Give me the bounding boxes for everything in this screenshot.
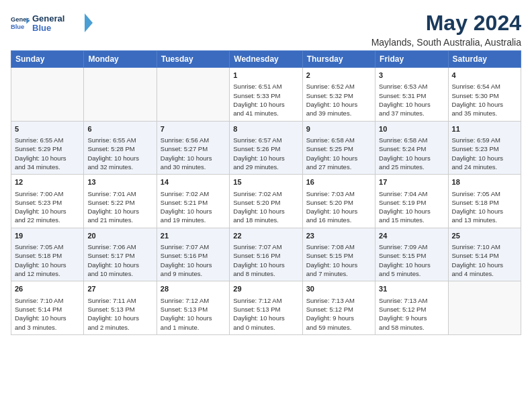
day-info: Sunrise: 7:07 AM Sunset: 5:16 PM Dayligh…	[233, 242, 298, 278]
svg-marker-5	[85, 13, 93, 32]
day-number: 6	[87, 124, 152, 134]
day-info: Sunrise: 6:54 AM Sunset: 5:30 PM Dayligh…	[452, 82, 517, 118]
day-cell: 30Sunrise: 7:13 AM Sunset: 5:12 PM Dayli…	[302, 281, 375, 335]
day-info: Sunrise: 7:09 AM Sunset: 5:15 PM Dayligh…	[379, 242, 444, 278]
header-cell-tuesday: Tuesday	[157, 51, 229, 68]
week-row-3: 12Sunrise: 7:00 AM Sunset: 5:23 PM Dayli…	[11, 175, 521, 228]
day-info: Sunrise: 7:07 AM Sunset: 5:16 PM Dayligh…	[161, 242, 226, 278]
day-number: 27	[87, 284, 152, 294]
day-cell: 25Sunrise: 7:10 AM Sunset: 5:14 PM Dayli…	[448, 228, 521, 281]
day-cell: 26Sunrise: 7:10 AM Sunset: 5:14 PM Dayli…	[11, 281, 84, 335]
day-cell: 5Sunrise: 6:55 AM Sunset: 5:29 PM Daylig…	[11, 121, 84, 175]
day-number: 5	[15, 124, 80, 134]
day-cell: 18Sunrise: 7:05 AM Sunset: 5:18 PM Dayli…	[448, 175, 521, 228]
day-info: Sunrise: 6:52 AM Sunset: 5:32 PM Dayligh…	[306, 82, 371, 118]
day-cell: 21Sunrise: 7:07 AM Sunset: 5:16 PM Dayli…	[157, 228, 229, 281]
day-info: Sunrise: 6:55 AM Sunset: 5:29 PM Dayligh…	[15, 136, 80, 171]
day-number: 14	[161, 177, 226, 187]
svg-text:General: General	[32, 13, 64, 24]
header-cell-thursday: Thursday	[302, 51, 375, 68]
day-cell	[11, 68, 84, 122]
day-info: Sunrise: 7:03 AM Sunset: 5:20 PM Dayligh…	[306, 189, 371, 225]
page-header: General Blue General Blue May 2024 Mayla…	[11, 11, 521, 48]
day-cell: 16Sunrise: 7:03 AM Sunset: 5:20 PM Dayli…	[302, 175, 375, 228]
day-number: 4	[452, 71, 517, 81]
day-cell: 22Sunrise: 7:07 AM Sunset: 5:16 PM Dayli…	[230, 228, 302, 281]
day-number: 15	[233, 177, 298, 187]
day-number: 10	[379, 124, 444, 134]
day-number: 11	[452, 124, 517, 134]
day-cell: 20Sunrise: 7:06 AM Sunset: 5:17 PM Dayli…	[84, 228, 157, 281]
week-row-1: 1Sunrise: 6:51 AM Sunset: 5:33 PM Daylig…	[11, 68, 521, 122]
day-cell: 15Sunrise: 7:02 AM Sunset: 5:20 PM Dayli…	[230, 175, 302, 228]
logo-svg: General Blue	[32, 11, 93, 35]
logo-icon: General Blue	[11, 13, 30, 32]
day-number: 9	[306, 124, 371, 134]
day-cell: 4Sunrise: 6:54 AM Sunset: 5:30 PM Daylig…	[448, 68, 521, 122]
day-info: Sunrise: 7:13 AM Sunset: 5:12 PM Dayligh…	[379, 296, 444, 332]
day-number: 21	[161, 231, 226, 241]
day-cell: 17Sunrise: 7:04 AM Sunset: 5:19 PM Dayli…	[375, 175, 448, 228]
day-info: Sunrise: 7:12 AM Sunset: 5:13 PM Dayligh…	[233, 296, 298, 332]
day-info: Sunrise: 6:57 AM Sunset: 5:26 PM Dayligh…	[233, 136, 298, 171]
day-info: Sunrise: 6:56 AM Sunset: 5:27 PM Dayligh…	[161, 136, 226, 171]
week-row-2: 5Sunrise: 6:55 AM Sunset: 5:29 PM Daylig…	[11, 121, 521, 175]
day-cell: 23Sunrise: 7:08 AM Sunset: 5:15 PM Dayli…	[302, 228, 375, 281]
day-number: 3	[379, 71, 444, 81]
svg-text:Blue: Blue	[32, 23, 51, 33]
day-cell: 13Sunrise: 7:01 AM Sunset: 5:22 PM Dayli…	[84, 175, 157, 228]
title-block: May 2024 Maylands, South Australia, Aust…	[371, 11, 521, 48]
day-number: 29	[233, 284, 298, 294]
day-number: 24	[379, 231, 444, 241]
day-info: Sunrise: 7:13 AM Sunset: 5:12 PM Dayligh…	[306, 296, 371, 332]
day-number: 19	[15, 231, 80, 241]
day-number: 25	[452, 231, 517, 241]
day-cell: 11Sunrise: 6:59 AM Sunset: 5:23 PM Dayli…	[448, 121, 521, 175]
day-number: 26	[15, 284, 80, 294]
day-info: Sunrise: 6:58 AM Sunset: 5:24 PM Dayligh…	[379, 136, 444, 171]
day-cell: 2Sunrise: 6:52 AM Sunset: 5:32 PM Daylig…	[302, 68, 375, 122]
day-number: 18	[452, 177, 517, 187]
day-info: Sunrise: 6:51 AM Sunset: 5:33 PM Dayligh…	[233, 82, 298, 118]
header-cell-wednesday: Wednesday	[230, 51, 302, 68]
day-info: Sunrise: 6:58 AM Sunset: 5:25 PM Dayligh…	[306, 136, 371, 171]
day-info: Sunrise: 6:59 AM Sunset: 5:23 PM Dayligh…	[452, 136, 517, 171]
day-number: 2	[306, 71, 371, 81]
day-info: Sunrise: 7:01 AM Sunset: 5:22 PM Dayligh…	[87, 189, 152, 225]
header-cell-saturday: Saturday	[448, 51, 521, 68]
day-number: 16	[306, 177, 371, 187]
header-cell-monday: Monday	[84, 51, 157, 68]
calendar-table: SundayMondayTuesdayWednesdayThursdayFrid…	[11, 50, 521, 335]
day-cell: 19Sunrise: 7:05 AM Sunset: 5:18 PM Dayli…	[11, 228, 84, 281]
header-cell-friday: Friday	[375, 51, 448, 68]
day-cell: 3Sunrise: 6:53 AM Sunset: 5:31 PM Daylig…	[375, 68, 448, 122]
main-title: May 2024	[371, 11, 521, 36]
svg-text:Blue: Blue	[11, 24, 24, 30]
day-cell: 9Sunrise: 6:58 AM Sunset: 5:25 PM Daylig…	[302, 121, 375, 175]
subtitle: Maylands, South Australia, Australia	[371, 37, 521, 48]
day-number: 12	[15, 177, 80, 187]
day-cell	[448, 281, 521, 335]
day-cell: 12Sunrise: 7:00 AM Sunset: 5:23 PM Dayli…	[11, 175, 84, 228]
day-info: Sunrise: 7:02 AM Sunset: 5:20 PM Dayligh…	[233, 189, 298, 225]
day-info: Sunrise: 7:05 AM Sunset: 5:18 PM Dayligh…	[15, 242, 80, 278]
day-info: Sunrise: 7:11 AM Sunset: 5:13 PM Dayligh…	[87, 296, 152, 332]
logo: General Blue General Blue	[11, 11, 93, 35]
day-info: Sunrise: 6:55 AM Sunset: 5:28 PM Dayligh…	[87, 136, 152, 171]
day-info: Sunrise: 7:00 AM Sunset: 5:23 PM Dayligh…	[15, 189, 80, 225]
day-number: 17	[379, 177, 444, 187]
day-number: 20	[87, 231, 152, 241]
day-info: Sunrise: 7:04 AM Sunset: 5:19 PM Dayligh…	[379, 189, 444, 225]
day-cell: 31Sunrise: 7:13 AM Sunset: 5:12 PM Dayli…	[375, 281, 448, 335]
day-number: 13	[87, 177, 152, 187]
day-cell: 27Sunrise: 7:11 AM Sunset: 5:13 PM Dayli…	[84, 281, 157, 335]
day-info: Sunrise: 7:10 AM Sunset: 5:14 PM Dayligh…	[452, 242, 517, 278]
day-number: 7	[161, 124, 226, 134]
header-row: SundayMondayTuesdayWednesdayThursdayFrid…	[11, 51, 521, 68]
day-cell	[157, 68, 229, 122]
day-number: 28	[161, 284, 226, 294]
day-cell: 10Sunrise: 6:58 AM Sunset: 5:24 PM Dayli…	[375, 121, 448, 175]
day-info: Sunrise: 7:12 AM Sunset: 5:13 PM Dayligh…	[161, 296, 226, 332]
day-info: Sunrise: 7:08 AM Sunset: 5:15 PM Dayligh…	[306, 242, 371, 278]
day-cell: 7Sunrise: 6:56 AM Sunset: 5:27 PM Daylig…	[157, 121, 229, 175]
